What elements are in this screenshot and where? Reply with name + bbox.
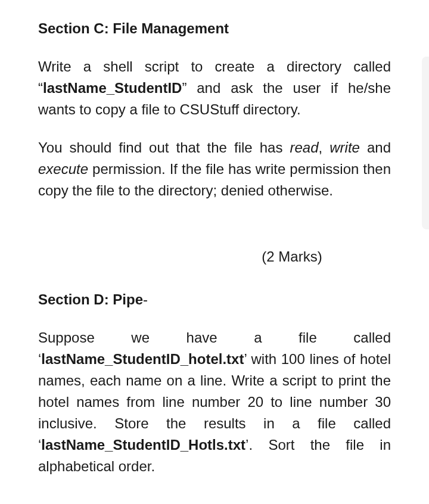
read-italic: read [290,139,318,155]
section-c-paragraph-1: Write a shell script to create a directo… [38,56,391,120]
section-d-paragraph-1: Suppose we have a file called ‘lastName_… [38,327,391,477]
execute-italic: execute [38,161,88,177]
text-fragment: and [360,139,391,155]
section-c-heading: Section C: File Management [38,18,391,39]
scrollbar-track[interactable] [422,57,429,229]
hotls-file-bold: lastName_StudentID_Hotls.txt [41,437,245,453]
section-d-heading-bold: Section D: Pipe [38,291,143,307]
text-fragment: , [319,139,330,155]
section-d-heading-dash: - [143,291,148,307]
directory-name-bold: lastName_StudentID [43,80,182,96]
hotel-file-bold: lastName_StudentID_hotel.txt [41,351,244,367]
text-fragment: You should find out that the file has [38,139,290,155]
text-fragment: permission. If the file has write permis… [38,161,391,198]
marks-label: (2 Marks) [38,246,391,267]
write-italic: write [329,139,360,155]
section-c-paragraph-2: You should find out that the file has re… [38,137,391,201]
section-d-heading: Section D: Pipe- [38,289,391,310]
